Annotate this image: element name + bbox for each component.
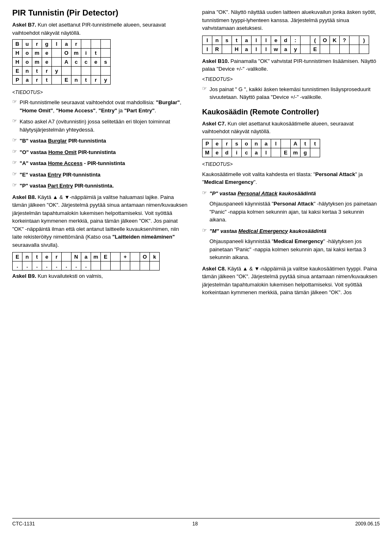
grid-cell: e (91, 58, 101, 67)
note5-text: "A" vastaa Home Access - PIR-tunnistinta (20, 159, 190, 168)
grid-cell: n (71, 76, 81, 85)
grid-cell (150, 261, 160, 270)
step-b10: Askel B10. Painamalla "OK" vahvistat PIR… (202, 57, 380, 73)
grid-cell (91, 40, 101, 49)
footer-center: 18 (192, 521, 198, 527)
note2-block: Katso askel A7 (ovitunnistin) jossa seli… (12, 118, 190, 134)
grid-cell: n (22, 253, 32, 261)
grid-cell: E (62, 76, 71, 85)
grid-cell: d (222, 148, 232, 157)
grid-cell: m (71, 49, 81, 58)
grid-cell: o (22, 49, 32, 58)
grid-cell: y (52, 67, 62, 76)
grid-cell: n (252, 139, 261, 148)
grid-cell: d (281, 36, 291, 45)
grid-cell (222, 45, 232, 54)
grid-cell: a (22, 76, 32, 85)
grid-cell: e (42, 253, 52, 261)
step-c8: Askel C8. Käytä ▲ & ▼-näppäimiä ja valit… (202, 265, 380, 297)
grid-cell (52, 58, 62, 67)
note-b10-1-text: Jos painat " G ", kaikki äsken tekemäsi … (209, 85, 380, 101)
tiedotus2-label: <TIEDOTUS> (202, 76, 380, 83)
grid-cell (52, 76, 62, 85)
grid-row: I R H a l l w a y E (203, 45, 369, 54)
grid-cell: N (71, 253, 81, 261)
grid-cell: a (62, 40, 71, 49)
step-b9-text: Kun kuvailuteksti on valmis, (38, 273, 103, 279)
grid-cell: s (222, 36, 232, 45)
grid-cell (111, 253, 120, 261)
note4-block: "O" vastaa Home Omit PIR-tunnistinta (12, 148, 190, 156)
note7-text: "P" vastaa Part Entry PIR-tunnistinta. (20, 182, 190, 190)
grid-cell: H (13, 49, 22, 58)
note-p-body: Ohjauspaneeli käynnistää "Personal Attac… (209, 200, 380, 224)
enter-name-grid: E n t e r N a m E + O k . (12, 252, 160, 270)
grid-cell: m (291, 148, 301, 157)
grid-cell (140, 261, 150, 270)
grid-cell (101, 67, 111, 76)
burglar-grid: B u r g l a r H o m e O (12, 39, 111, 85)
note-b10-1-block: Jos painat " G ", kaikki äsken tekemäsi … (202, 85, 380, 101)
grid-cell: E (13, 253, 22, 261)
footer-left: CTC-1131 (12, 521, 35, 527)
step-c8-text: Käytä ▲ & ▼-näppäimiä ja valitse kaukosä… (202, 266, 377, 296)
grid-cell: l (271, 139, 281, 148)
grid-cell: g (301, 148, 310, 157)
grid-cell: w (271, 45, 281, 54)
grid-cell: o (242, 139, 252, 148)
note1-text: PIR-tunnistimelle seuraavat vaihtoehdot … (20, 98, 190, 114)
grid-cell (81, 67, 91, 76)
grid-cell (350, 36, 359, 45)
grid-cell (340, 45, 350, 54)
grid-cell (310, 148, 320, 157)
grid-cell: t (310, 139, 320, 148)
grid-cell: u (22, 40, 32, 49)
footer-right: 2009.06.15 (355, 521, 380, 527)
grid-cell: A (62, 58, 71, 67)
grid-cell: r (32, 40, 42, 49)
grid-cell: E (101, 253, 111, 261)
grid-cell (281, 139, 291, 148)
step-b8-text: Käytä ▲ & ▼-näppäimiä ja valitse haluama… (12, 194, 187, 248)
grid-cell: . (13, 261, 22, 270)
grid-row: M e d i c a l E m g (203, 148, 320, 157)
grid-cell: t (81, 76, 91, 85)
step-c8-label: Askel C8. (202, 266, 226, 272)
grid-cell: e (42, 49, 52, 58)
tiedotus-label: <TIEDOTUS> (12, 89, 190, 96)
grid-cell (62, 253, 71, 261)
step-b8-label: Askel B8. (12, 194, 36, 200)
grid-cell (62, 67, 71, 76)
grid-cell: E (281, 148, 291, 157)
grid-cell: I (203, 36, 212, 45)
grid-cell: l (261, 45, 271, 54)
grid-cell: t (91, 49, 101, 58)
note6-block: "E" vastaa Entry PIR-tunnistinta (12, 171, 190, 179)
grid-cell: E (13, 67, 22, 76)
grid-row: H o m e O m i t (13, 49, 111, 58)
step-b7: Askel B7. Kun olet asettanut PIR-tunnist… (12, 21, 190, 37)
note5-block: "A" vastaa Home Access - PIR-tunnistinta (12, 159, 190, 168)
grid-cell: t (301, 139, 310, 148)
step-b8: Askel B8. Käytä ▲ & ▼-näppäimiä ja valit… (12, 193, 190, 249)
step-b7-label: Askel B7. (12, 22, 36, 28)
grid-cell (301, 36, 310, 45)
grid-cell: E (310, 45, 320, 54)
grid-cell: . (81, 261, 91, 270)
grid-row: H o m e A c c e s (13, 58, 111, 67)
grid-cell (71, 67, 81, 76)
note-p-text: "P" vastaa Personal Attack kaukosäädintä (209, 190, 380, 198)
grid-cell: t (232, 36, 242, 45)
grid-cell: c (81, 58, 91, 67)
note3-text: "B" vastaa Burglar PIR-tunnistinta (20, 137, 190, 145)
grid-cell: t (32, 67, 42, 76)
grid-row: B u r g l a r (13, 40, 111, 49)
grid-cell: r (32, 76, 42, 85)
step-c7: Askel C7. Kun olet asettanut kaukosäätim… (202, 120, 380, 136)
grid-cell: O (320, 36, 330, 45)
grid-cell: l (261, 36, 271, 45)
note1-block: PIR-tunnistimelle seuraavat vaihtoehdot … (12, 98, 190, 114)
grid-cell: . (32, 261, 42, 270)
grid-cell: r (52, 253, 62, 261)
grid-cell: l (52, 40, 62, 49)
